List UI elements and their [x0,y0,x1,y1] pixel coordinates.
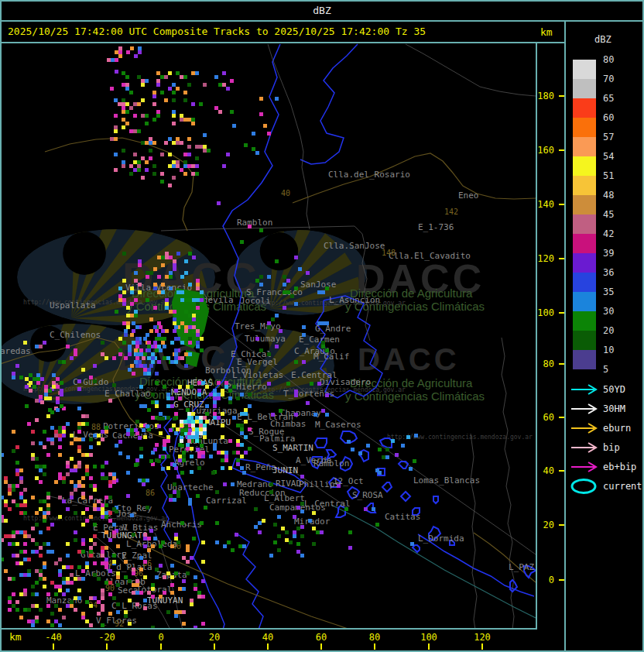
dbz-scale-block [573,273,596,292]
right-axis-tick-label: 120 [536,254,554,263]
right-axis-tick [559,149,564,151]
dbz-scale-value: 35 [603,287,626,297]
track-arrow-icon [570,458,599,475]
window-title: dBZ [0,5,644,16]
bottom-axis-tick [320,643,322,650]
bottom-axis-tick-label: 100 [420,633,437,642]
dbz-scale-value: 51 [603,171,626,180]
dbz-scale-block [573,156,596,176]
right-axis-tick [559,95,564,97]
right-axis-tick-label: 100 [536,308,554,317]
bottom-axis-tick-label: -40 [45,633,62,642]
dbz-scale-block [573,195,596,214]
border-top [0,0,644,2]
current-cell-icon [570,478,599,495]
right-axis-tick-label: 60 [536,413,554,422]
bottom-axis-unit-label: km [9,633,22,642]
right-axis-tick [559,363,564,365]
right-axis-tick [559,524,564,526]
bottom-axis-tick [214,643,215,650]
dbz-scale-value: 80 [603,55,626,64]
border-under-topbar [0,20,644,22]
dbz-scale-block [573,79,596,98]
right-axis-tick-label: 80 [536,359,554,369]
dbz-scale-value: 5 [603,365,626,374]
dbz-scale-value: 45 [603,210,626,219]
product-title: 2025/10/25 17:42:00 UTC Composite Tracks… [8,26,426,37]
colorbar-title: dBZ [594,34,611,45]
right-axis-tick-label: 40 [536,466,554,475]
dbz-scale-value: 42 [603,229,626,238]
radar-app-window: dBZ 2025/10/25 17:42:00 UTC Composite Tr… [0,0,644,652]
bottom-axis-tick-label: 80 [369,633,380,642]
bottom-axis-tick [428,643,430,650]
right-axis-tick-label: 140 [536,200,554,209]
track-arrow-icon [570,400,599,417]
bottom-axis-tick-label: -20 [98,633,115,642]
dbz-scale-block [573,331,596,350]
legend-label: 30HM [603,404,625,414]
right-axis-unit-label: km [540,26,553,38]
track-arrow-icon [570,381,599,398]
right-axis-tick [559,258,564,259]
bottom-axis-tick [106,643,108,650]
dbz-scale-value: 70 [603,74,626,84]
legend-label: eburn [603,424,631,433]
dbz-scale-value: 57 [603,132,626,142]
dbz-scale-block [573,234,596,253]
dbz-scale-block [573,176,596,195]
radar-map: DACCDACCDACCDACCDirección de Agricultura… [2,43,536,628]
right-axis-tick [559,579,564,581]
track-arrow-icon [570,439,599,456]
right-axis-tick [559,204,564,205]
border-map-right [536,43,537,630]
dbz-scale-value: 20 [603,326,626,335]
track-arrow-icon [570,420,599,437]
dbz-scale-value: 65 [603,94,626,103]
bottom-axis-tick [374,643,375,650]
dbz-scale-value: 10 [603,345,626,355]
bottom-axis-tick [267,643,269,650]
legend-label: 50YD [603,385,625,394]
legend-label: current [603,482,642,491]
dbz-scale-block [573,137,596,156]
dbz-scale-block [573,98,596,118]
dbz-scale-block [573,60,596,79]
dbz-scale-block [573,350,596,369]
dbz-scale-block [573,253,596,273]
border-sidebar-left [564,22,566,650]
dbz-scale-block [573,292,596,311]
right-axis-tick [559,312,564,314]
dbz-scale-value: 48 [603,190,626,200]
right-axis-tick-label: 180 [536,91,554,101]
dbz-scale-value: 54 [603,152,626,161]
radar-echo-canvas [2,43,536,628]
dbz-scale-value: 60 [603,113,626,122]
dbz-scale-block [573,311,596,331]
bottom-axis-tick [53,643,54,650]
right-axis-tick-label: 0 [536,575,554,585]
bottom-axis-tick-label: 0 [158,633,163,642]
legend-label: bip [603,443,620,452]
legend-label: eb+bip [603,462,636,472]
right-axis-tick [559,470,564,472]
border-map-bottom [0,628,537,630]
dbz-scale-value: 39 [603,249,626,258]
bottom-axis-tick [160,643,162,650]
bottom-axis-tick-label: 40 [262,633,273,642]
bottom-axis-tick [481,643,483,650]
dbz-scale-block [573,118,596,137]
bottom-axis-tick-label: 120 [474,633,491,642]
right-axis-tick-label: 20 [536,520,554,530]
right-axis-tick [559,417,564,418]
right-axis-tick-label: 160 [536,146,554,155]
bottom-axis-tick-label: 60 [316,633,327,642]
dbz-scale-value: 36 [603,268,626,277]
dbz-scale-value: 30 [603,307,626,316]
dbz-scale-block [573,214,596,234]
bottom-axis-tick-label: 20 [209,633,220,642]
